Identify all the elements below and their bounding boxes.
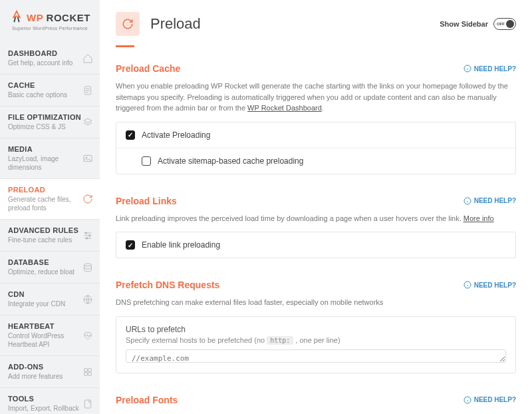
sidebar-item-cdn[interactable]: CDNIntegrate your CDN [0, 284, 100, 315]
sidebar-item-heartbeat[interactable]: HEARTBEATControl WordPress Heartbeat API [0, 315, 100, 356]
menu-title: PRELOAD [8, 186, 92, 194]
menu-title: CACHE [8, 81, 92, 89]
menu-desc: Get help, account info [8, 59, 92, 67]
menu-title: DASHBOARD [8, 49, 92, 57]
file-icon [82, 85, 93, 96]
menu-desc: LazyLoad, image dimensions [8, 154, 92, 172]
urls-desc: Specify external hosts to be prefetched … [126, 336, 506, 344]
svg-rect-9 [88, 368, 92, 371]
sidebar-item-cache[interactable]: CACHEBasic cache options [0, 75, 100, 106]
section-title: Preload Fonts [116, 395, 464, 405]
section-preload-fonts: Preload Fonts NEED HELP? Improves perfor… [116, 395, 516, 415]
show-sidebar-label: Show Sidebar [440, 20, 488, 28]
layers-icon [82, 117, 93, 128]
menu-desc: Control WordPress Heartbeat API [8, 331, 92, 349]
svg-point-4 [88, 234, 90, 236]
show-sidebar-toggle[interactable]: OFF [493, 18, 516, 30]
urls-title: URLs to prefetch [126, 325, 506, 334]
logo-text: WP ROCKET [27, 12, 90, 23]
checkbox-link-preloading[interactable] [126, 240, 135, 250]
dashboard-link[interactable]: WP Rocket Dashboard [247, 104, 322, 112]
main-content: Preload Show Sidebar OFF Preload Cache N… [100, 0, 532, 414]
menu-desc: Generate cache files, preload fonts [8, 195, 92, 212]
page-header: Preload Show Sidebar OFF [100, 0, 532, 36]
sidebar-item-tools[interactable]: TOOLSImport, Export, Rollback [0, 388, 100, 414]
refresh-icon [122, 18, 134, 30]
menu-title: ADVANCED RULES [8, 226, 92, 234]
section-description: Link preloading improves the perceived l… [116, 213, 516, 224]
database-icon [82, 262, 93, 273]
section-preload-cache: Preload Cache NEED HELP? When you enable… [116, 63, 516, 174]
sidebar-menu: DASHBOARDGet help, account infoCACHEBasi… [0, 43, 100, 414]
option-activate-preloading[interactable]: Activate Preloading [116, 122, 515, 148]
sidebar-item-dashboard[interactable]: DASHBOARDGet help, account info [0, 43, 100, 75]
logo: WP ROCKET Superior WordPress Performance [0, 0, 100, 43]
menu-desc: Fine-tune cache rules [8, 236, 92, 244]
checkbox-sitemap-preloading[interactable] [142, 156, 151, 166]
need-help-link[interactable]: NEED HELP? [464, 281, 516, 289]
svg-point-5 [86, 237, 88, 239]
svg-rect-12 [84, 400, 90, 408]
image-icon [82, 153, 93, 164]
menu-title: ADD-ONS [8, 363, 92, 371]
sidebar-item-media[interactable]: MEDIALazyLoad, image dimensions [0, 138, 100, 179]
sliders-icon [82, 230, 93, 241]
need-help-link[interactable]: NEED HELP? [464, 396, 516, 404]
sidebar-item-file-optimization[interactable]: FILE OPTIMIZATIONOptimize CSS & JS [0, 106, 100, 138]
refresh-icon [82, 194, 93, 204]
option-enable-link-preloading[interactable]: Enable link preloading [116, 232, 515, 258]
more-info-link[interactable]: More info [464, 214, 494, 222]
preload-cache-options: Activate Preloading Activate sitemap-bas… [116, 122, 516, 174]
sidebar-item-advanced-rules[interactable]: ADVANCED RULESFine-tune cache rules [0, 220, 100, 252]
svg-rect-8 [84, 368, 88, 371]
section-title: Prefetch DNS Requests [116, 280, 464, 290]
menu-desc: Optimize, reduce bloat [8, 268, 92, 276]
menu-title: DATABASE [8, 258, 92, 266]
rocket-icon [9, 10, 24, 25]
sidebar-item-preload[interactable]: PRELOADGenerate cache files, preload fon… [0, 179, 100, 220]
info-icon [464, 281, 471, 289]
prefetch-urls-input[interactable] [126, 349, 506, 363]
need-help-link[interactable]: NEED HELP? [464, 65, 516, 73]
menu-desc: Add more features [8, 372, 92, 381]
menu-title: MEDIA [8, 145, 92, 153]
menu-title: CDN [8, 290, 92, 298]
sidebar: WP ROCKET Superior WordPress Performance… [0, 0, 100, 414]
heart-icon [82, 330, 93, 341]
checkbox-activate-preloading[interactable] [126, 130, 135, 140]
svg-rect-10 [84, 372, 88, 375]
sidebar-item-add-ons[interactable]: ADD-ONSAdd more features [0, 356, 100, 388]
info-icon [464, 197, 471, 205]
option-sitemap-preloading[interactable]: Activate sitemap-based cache preloading [116, 148, 515, 174]
menu-title: HEARTBEAT [8, 322, 92, 330]
section-preload-links: Preload Links NEED HELP? Link preloading… [116, 196, 516, 259]
sidebar-item-database[interactable]: DATABASEOptimize, reduce bloat [0, 252, 100, 284]
prefetch-urls-box: URLs to prefetch Specify external hosts … [116, 316, 516, 373]
menu-desc: Integrate your CDN [8, 300, 92, 308]
section-description: DNS prefetching can make external files … [116, 297, 516, 308]
toggle-knob [506, 20, 514, 28]
menu-title: TOOLS [8, 395, 92, 403]
svg-rect-11 [88, 372, 92, 375]
section-title: Preload Cache [116, 63, 464, 74]
preload-header-icon [116, 12, 140, 36]
svg-point-3 [85, 232, 87, 234]
menu-desc: Basic cache options [8, 91, 92, 99]
section-description: Improves performance by helping browsers… [116, 412, 516, 415]
info-icon [464, 65, 471, 73]
section-description: When you enable preloading WP Rocket wil… [116, 81, 516, 114]
logo-tagline: Superior WordPress Performance [12, 26, 88, 31]
puzzle-icon [82, 367, 93, 377]
need-help-link[interactable]: NEED HELP? [464, 197, 516, 205]
info-icon [464, 396, 471, 404]
menu-title: FILE OPTIMIZATION [8, 113, 92, 121]
menu-desc: Import, Export, Rollback [8, 404, 92, 413]
home-icon [82, 53, 93, 64]
page-title: Preload [150, 15, 440, 33]
svg-point-6 [84, 264, 92, 266]
tools-icon [82, 399, 93, 409]
globe-icon [82, 294, 93, 305]
section-title: Preload Links [116, 196, 464, 206]
show-sidebar-control: Show Sidebar OFF [440, 18, 516, 30]
preload-links-options: Enable link preloading [116, 232, 516, 258]
